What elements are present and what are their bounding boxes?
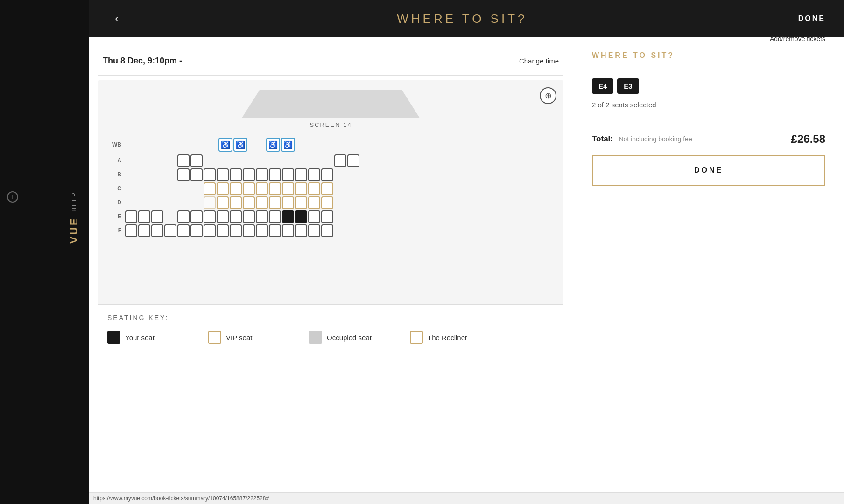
- row-e: E: [112, 210, 333, 223]
- seat-a4[interactable]: [347, 154, 359, 167]
- seat-b12[interactable]: [321, 168, 333, 181]
- seat-b9[interactable]: [282, 168, 294, 181]
- seat-c9[interactable]: [308, 182, 320, 195]
- wheelchair-seat[interactable]: ♿: [281, 138, 295, 152]
- seat-c7[interactable]: [282, 182, 294, 195]
- total-label-group: Total: Not including booking fee: [592, 134, 692, 144]
- seat-b10[interactable]: [295, 168, 307, 181]
- done-main-button[interactable]: DONE: [592, 155, 825, 186]
- seat-b11[interactable]: [308, 168, 320, 181]
- session-header: Thu 8 Dec, 9:10pm - Change time: [98, 47, 563, 76]
- url-bar: https://www.myvue.com/book-tickets/summa…: [89, 492, 844, 504]
- seat-d10[interactable]: [321, 196, 333, 209]
- left-sidebar: i VUE HELP: [0, 0, 89, 504]
- seat-f5[interactable]: [230, 224, 242, 237]
- seat-b7[interactable]: [256, 168, 268, 181]
- seat-e-left3[interactable]: [151, 210, 163, 223]
- seat-c10[interactable]: [321, 182, 333, 195]
- info-icon[interactable]: i: [7, 191, 18, 203]
- row-c: C: [112, 182, 333, 195]
- seat-c4[interactable]: [243, 182, 255, 195]
- seat-f4[interactable]: [217, 224, 229, 237]
- seat-e3-selected[interactable]: [295, 210, 307, 223]
- seat-e-left2[interactable]: [138, 210, 150, 223]
- seat-b6[interactable]: [243, 168, 255, 181]
- seat-d8[interactable]: [295, 196, 307, 209]
- recliner-swatch: [410, 331, 423, 344]
- seat-e2[interactable]: [190, 210, 203, 223]
- seat-f11[interactable]: [308, 224, 320, 237]
- change-time-button[interactable]: Change time: [519, 57, 559, 65]
- add-remove-button[interactable]: Add/remove tickets: [770, 35, 825, 42]
- seat-b4[interactable]: [217, 168, 229, 181]
- seat-c6[interactable]: [269, 182, 281, 195]
- seat-e7[interactable]: [256, 210, 268, 223]
- seat-f7[interactable]: [256, 224, 268, 237]
- seat-d5[interactable]: [256, 196, 268, 209]
- seat-f-left4[interactable]: [164, 224, 176, 237]
- key-item-occupied: Occupied seat: [309, 331, 402, 344]
- row-a: A: [112, 154, 359, 167]
- seat-b5[interactable]: [230, 168, 242, 181]
- wheelchair-seat[interactable]: ♿: [266, 138, 280, 152]
- seat-f-left2[interactable]: [138, 224, 150, 237]
- wheelchair-seat[interactable]: ♿: [218, 138, 232, 152]
- your-seat-swatch: [107, 331, 120, 344]
- zoom-button[interactable]: ⊕: [540, 87, 556, 104]
- seat-e4-selected[interactable]: [282, 210, 294, 223]
- seat-f-left3[interactable]: [151, 224, 163, 237]
- key-item-your-seat: Your seat: [107, 331, 201, 344]
- seat-e10[interactable]: [321, 210, 333, 223]
- your-seat-label: Your seat: [125, 334, 155, 342]
- seat-f12[interactable]: [321, 224, 333, 237]
- seat-e4[interactable]: [217, 210, 229, 223]
- wheelchair-group-1: ♿ ♿: [218, 138, 247, 152]
- total-price: £26.58: [791, 133, 825, 146]
- seat-d7[interactable]: [282, 196, 294, 209]
- seat-f10[interactable]: [295, 224, 307, 237]
- wheelchair-seat[interactable]: ♿: [233, 138, 247, 152]
- seat-f2[interactable]: [190, 224, 203, 237]
- seat-f8[interactable]: [269, 224, 281, 237]
- seat-e6[interactable]: [243, 210, 255, 223]
- seat-b1[interactable]: [177, 168, 190, 181]
- seat-c3[interactable]: [230, 182, 242, 195]
- seat-e5[interactable]: [230, 210, 242, 223]
- seat-d2[interactable]: [217, 196, 229, 209]
- seating-key: SEATING KEY: Your seat VIP seat Occupied…: [98, 304, 563, 353]
- seat-b3[interactable]: [204, 168, 216, 181]
- done-header-button[interactable]: DONE: [798, 14, 825, 23]
- seat-f9[interactable]: [282, 224, 294, 237]
- seat-f3[interactable]: [204, 224, 216, 237]
- seat-c8[interactable]: [295, 182, 307, 195]
- seat-e-left1[interactable]: [125, 210, 137, 223]
- seat-d6[interactable]: [269, 196, 281, 209]
- seat-b8[interactable]: [269, 168, 281, 181]
- seat-f-left1[interactable]: [125, 224, 137, 237]
- back-button[interactable]: ‹: [107, 9, 126, 28]
- seat-c1[interactable]: [204, 182, 216, 195]
- seat-map: A: [107, 154, 554, 237]
- seat-d1[interactable]: [204, 196, 216, 209]
- seat-e3[interactable]: [204, 210, 216, 223]
- screen-label: SCREEN 14: [107, 121, 554, 128]
- seat-c5[interactable]: [256, 182, 268, 195]
- seat-b2[interactable]: [190, 168, 203, 181]
- seat-f6[interactable]: [243, 224, 255, 237]
- seat-badge-e4: E4: [592, 78, 613, 94]
- seat-a3[interactable]: [334, 154, 346, 167]
- seat-e9[interactable]: [308, 210, 320, 223]
- seat-e1[interactable]: [177, 210, 190, 223]
- cinema-container: ⊕ SCREEN 14 WB ♿ ♿ ♿: [98, 80, 563, 304]
- session-time: Thu 8 Dec, 9:10pm -: [103, 56, 182, 66]
- seat-f1[interactable]: [177, 224, 190, 237]
- seat-a1[interactable]: [177, 154, 190, 167]
- seat-a2[interactable]: [190, 154, 203, 167]
- seat-d3[interactable]: [230, 196, 242, 209]
- seat-c2[interactable]: [217, 182, 229, 195]
- seat-e8[interactable]: [269, 210, 281, 223]
- wheelchair-group-2: ♿ ♿: [266, 138, 295, 152]
- seat-d9[interactable]: [308, 196, 320, 209]
- total-row: Total: Not including booking fee £26.58: [592, 133, 825, 146]
- seat-d4[interactable]: [243, 196, 255, 209]
